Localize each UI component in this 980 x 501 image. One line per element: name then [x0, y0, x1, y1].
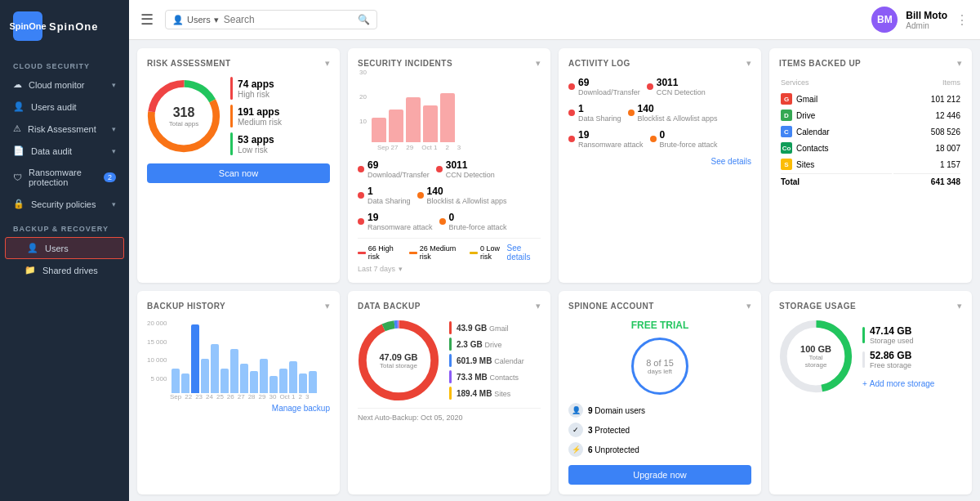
stat-num: 140: [427, 186, 507, 197]
high-risk-label: High risk: [238, 90, 274, 99]
card-expand-icon[interactable]: ▾: [536, 301, 541, 311]
service-row: D Drive: [781, 110, 892, 121]
user-role: Admin: [906, 21, 947, 30]
manage-backup-link[interactable]: Manage backup: [147, 404, 330, 413]
bar-group: [389, 110, 403, 142]
see-details-area: See details: [568, 155, 751, 167]
backup-bar: [260, 359, 268, 393]
free-bar: [862, 351, 865, 368]
card-title: RISK ASSESSMENT: [147, 59, 231, 68]
low-risk-level: 53 apps Low risk: [230, 132, 282, 155]
table-row: D Drive 12 446: [781, 108, 960, 123]
stat-label: Brute-force attack: [449, 223, 507, 231]
stat-bruteforce: 0 Brute-force attack: [650, 129, 718, 149]
storage-donut: 100 GB Total storage: [779, 320, 853, 393]
doc-icon: 📄: [13, 145, 24, 156]
card-expand-icon[interactable]: ▾: [957, 58, 962, 69]
sidebar-item-label: Shared drives: [42, 266, 98, 275]
backup-bar: [220, 369, 229, 393]
more-options-icon[interactable]: ⋮: [956, 12, 969, 28]
period-selector[interactable]: Last 7 days ▾: [358, 265, 541, 273]
used-bar: [862, 327, 865, 343]
stat-info: 69 Download/Transfer: [578, 77, 640, 96]
hamburger-icon[interactable]: ☰: [140, 11, 154, 29]
stat-label: Blocklist & Allowlist apps: [427, 197, 507, 205]
sidebar-item-shared-drives[interactable]: 📁 Shared drives: [0, 260, 129, 280]
stat-ccn: 3011 CCN Detection: [436, 159, 495, 179]
backup-history-card: BACKUP HISTORY ▾ 20 00015 00010 0005 000…: [137, 291, 340, 494]
table-row: Co Contacts 18 007: [781, 141, 960, 155]
stat-blocklist: 140 Blocklist & Allowlist apps: [628, 103, 718, 123]
see-details-link[interactable]: See details: [711, 157, 751, 166]
card-expand-icon[interactable]: ▾: [325, 301, 330, 311]
stat-blocklist: 140 Blocklist & Allowlist apps: [417, 186, 507, 205]
plus-icon: +: [862, 379, 867, 388]
chevron-icon: ▾: [112, 200, 116, 208]
stat-label: Data Sharing: [368, 197, 411, 205]
backup-bar: [172, 369, 180, 393]
search-input[interactable]: [224, 14, 353, 25]
card-expand-icon[interactable]: ▾: [746, 58, 751, 69]
sidebar-item-label: Ransomware protection: [29, 168, 97, 187]
service-row: G Gmail: [781, 93, 892, 105]
protected-stat: ✓ 3 Protected: [568, 423, 751, 437]
incidents-chart: 302010: [358, 77, 541, 142]
contacts-info: 73.3 MB Contacts: [457, 373, 519, 382]
backup-donut: 47.09 GB Total storage: [358, 320, 439, 401]
user-filter[interactable]: 👤 Users ▾: [172, 15, 219, 25]
stat-label: Download/Transfer: [578, 88, 640, 96]
service-row: S Sites: [781, 159, 892, 170]
stat-label: Blocklist & Allowlist apps: [638, 114, 718, 123]
service-name: Gmail: [796, 95, 817, 104]
bar-high: [389, 110, 403, 142]
stat-label: Data Sharing: [578, 114, 621, 123]
sidebar-item-risk-assessment[interactable]: ⚠ Risk Assessment ▾: [0, 118, 129, 140]
medium-risk-info: 191 apps Medium risk: [238, 106, 282, 127]
sidebar-item-ransomware[interactable]: 🛡 Ransomware protection 2: [0, 162, 129, 193]
stat-datasharing: 1 Data Sharing: [358, 186, 411, 205]
scan-now-button[interactable]: Scan now: [147, 163, 330, 183]
service-icon: S: [781, 159, 792, 170]
card-expand-icon[interactable]: ▾: [536, 58, 541, 69]
bar-group: [440, 93, 455, 142]
stat-num: 1: [578, 103, 621, 114]
backup-stat-sites: 189.4 MB Sites: [449, 387, 524, 400]
add-storage-link[interactable]: + Add more storage: [862, 379, 934, 388]
card-expand-icon[interactable]: ▾: [957, 301, 962, 311]
table-row: G Gmail 101 212: [781, 92, 960, 106]
topbar-right: BM Bill Moto Admin ⋮: [871, 7, 969, 33]
service-name: Contacts: [796, 144, 828, 153]
free-info: 52.86 GB Free storage: [870, 350, 911, 369]
avatar: BM: [871, 7, 898, 33]
high-risk-info: 74 apps High risk: [238, 78, 274, 99]
see-details-link[interactable]: See details: [507, 244, 541, 262]
storage-info: 47.14 GB Storage used 52.86 GB Free stor…: [862, 325, 934, 388]
backup-recovery-label: BACKUP & RECOVERY: [0, 215, 129, 236]
stat-ransomware: 19 Ransomware attack: [568, 129, 644, 149]
activity-log-card: ACTIVITY LOG ▾ 69 Download/Transfer 3011…: [559, 48, 761, 283]
sidebar-item-cloud-monitor[interactable]: ☁ Cloud monitor ▾: [0, 74, 129, 96]
card-expand-icon[interactable]: ▾: [746, 301, 751, 311]
x-axis-labels: Sep222324252627282930Oct 123: [170, 393, 330, 400]
app-name: SpinOne: [49, 20, 98, 33]
service-icon: C: [781, 126, 792, 137]
stat-info: 0 Brute-force attack: [660, 129, 718, 149]
chart-bars: [372, 93, 539, 142]
card-header: RISK ASSESSMENT ▾: [147, 58, 330, 69]
backup-bar: [270, 376, 278, 393]
service-cell: C Calendar: [781, 124, 892, 139]
backup-bar: [279, 369, 287, 393]
upgrade-now-button[interactable]: Upgrade now: [568, 465, 751, 485]
sidebar-item-security-policies[interactable]: 🔒 Security policies ▾: [0, 193, 129, 215]
low-risk-bar: [230, 132, 233, 155]
stat-num: 1: [368, 186, 411, 197]
items-backed-up-card: ITEMS BACKED UP ▾ Services Items G Gmail…: [769, 48, 972, 283]
items-cell: 508 526: [893, 124, 960, 139]
badge-bar: [409, 252, 417, 254]
sidebar-item-data-audit[interactable]: 📄 Data audit ▾: [0, 140, 129, 162]
sidebar-item-users-audit[interactable]: 👤 Users audit: [0, 96, 129, 118]
sidebar-item-users[interactable]: 👤 Users: [5, 237, 124, 259]
backup-bar: [299, 374, 307, 393]
logo-icon: SpinOne: [13, 11, 42, 41]
card-expand-icon[interactable]: ▾: [325, 58, 330, 69]
